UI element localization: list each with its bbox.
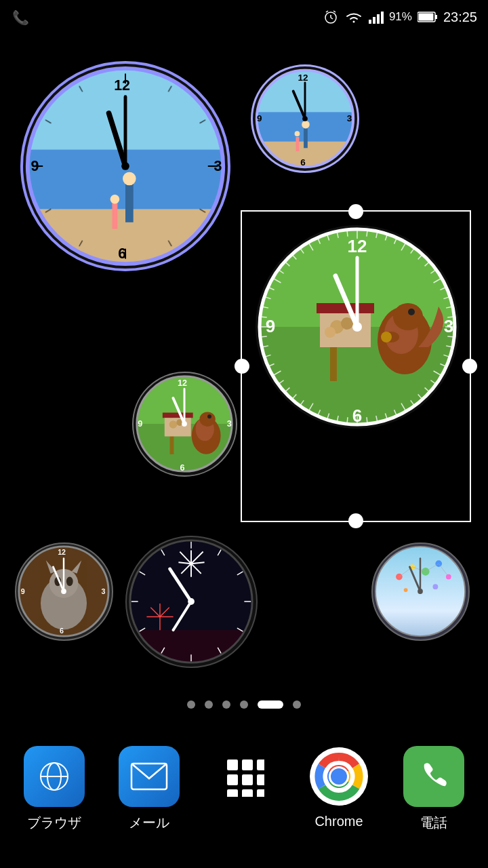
time: 23:25 bbox=[443, 9, 477, 25]
clock-colorful[interactable] bbox=[371, 542, 470, 641]
svg-point-211 bbox=[188, 598, 195, 605]
page-indicators bbox=[0, 701, 488, 709]
page-dot-1[interactable] bbox=[187, 701, 195, 709]
clock-fireworks[interactable] bbox=[125, 536, 258, 668]
alarm-icon bbox=[323, 9, 339, 25]
mail-icon[interactable] bbox=[119, 746, 180, 807]
browser-label: ブラウザ bbox=[27, 814, 81, 832]
svg-text:9: 9 bbox=[257, 113, 262, 123]
apps-icon[interactable] bbox=[214, 746, 274, 807]
svg-text:12: 12 bbox=[348, 236, 367, 256]
clock-squirrel-small-face: 12 3 6 9 bbox=[134, 373, 236, 475]
svg-text:6: 6 bbox=[180, 463, 185, 473]
svg-point-149 bbox=[169, 420, 178, 429]
svg-rect-237 bbox=[242, 774, 253, 785]
svg-text:12: 12 bbox=[114, 77, 130, 94]
clock-beach-large[interactable]: 12 3 6 9 bbox=[20, 61, 230, 271]
signal-icon bbox=[369, 10, 384, 24]
status-left-icons: 📞 bbox=[11, 7, 30, 26]
svg-text:9: 9 bbox=[21, 587, 25, 595]
svg-point-51 bbox=[295, 131, 300, 136]
clock-squirrel-large[interactable]: 12 3 6 9 bbox=[256, 225, 459, 429]
svg-rect-239 bbox=[227, 789, 238, 797]
svg-point-170 bbox=[66, 577, 73, 587]
page-dot-6[interactable] bbox=[293, 701, 301, 709]
svg-point-228 bbox=[418, 589, 423, 594]
svg-text:9: 9 bbox=[266, 316, 275, 336]
page-dot-5-active[interactable] bbox=[258, 701, 283, 709]
svg-point-49 bbox=[302, 121, 310, 129]
status-bar: 📞 91% 23:25 bbox=[0, 0, 488, 34]
svg-rect-19 bbox=[113, 203, 118, 229]
svg-point-74 bbox=[381, 332, 392, 342]
phone-icon[interactable] bbox=[403, 746, 464, 807]
svg-point-18 bbox=[123, 172, 136, 185]
phone-label: 電話 bbox=[420, 814, 447, 832]
svg-point-71 bbox=[393, 303, 423, 330]
dock-item-apps[interactable] bbox=[203, 746, 285, 814]
svg-text:6: 6 bbox=[300, 157, 306, 167]
svg-point-153 bbox=[199, 412, 215, 426]
clock-cat[interactable]: 12 3 6 9 bbox=[15, 542, 113, 641]
svg-rect-6 bbox=[369, 20, 371, 24]
resize-handle-left[interactable] bbox=[235, 359, 249, 374]
svg-point-72 bbox=[408, 309, 415, 315]
resize-handle-bottom[interactable] bbox=[348, 513, 363, 528]
svg-rect-50 bbox=[296, 137, 300, 151]
clock-squirrel-large-face: 12 3 6 9 bbox=[256, 225, 459, 429]
svg-rect-17 bbox=[125, 182, 134, 222]
svg-point-249 bbox=[331, 768, 347, 785]
chrome-icon[interactable] bbox=[308, 746, 369, 807]
svg-line-92 bbox=[447, 336, 453, 337]
svg-rect-48 bbox=[304, 128, 308, 148]
svg-text:3: 3 bbox=[101, 587, 105, 595]
svg-point-218 bbox=[446, 574, 451, 580]
dock-item-chrome[interactable]: Chrome bbox=[298, 746, 380, 829]
clock-colorful-face bbox=[373, 544, 468, 639]
clock-beach-small[interactable]: 12 3 6 9 bbox=[251, 64, 359, 173]
svg-point-220 bbox=[432, 584, 438, 589]
svg-line-105 bbox=[367, 417, 367, 422]
page-dot-4[interactable] bbox=[240, 701, 248, 709]
svg-text:📞: 📞 bbox=[12, 9, 29, 26]
status-right-icons: 91% 23:25 bbox=[323, 9, 477, 25]
svg-text:6: 6 bbox=[352, 406, 362, 426]
svg-line-5 bbox=[333, 11, 336, 12]
dock-item-browser[interactable]: ブラウザ bbox=[14, 746, 95, 832]
svg-line-3 bbox=[331, 18, 333, 19]
dock: ブラウザ メール bbox=[0, 732, 488, 868]
clock-squirrel-small[interactable]: 12 3 6 9 bbox=[132, 372, 237, 477]
dock-item-phone[interactable]: 電話 bbox=[393, 746, 474, 832]
svg-rect-11 bbox=[435, 15, 437, 19]
svg-rect-240 bbox=[242, 789, 253, 797]
svg-text:6: 6 bbox=[60, 627, 64, 635]
battery-icon bbox=[418, 11, 438, 23]
svg-text:12: 12 bbox=[298, 73, 308, 83]
svg-line-120 bbox=[262, 336, 267, 337]
dock-item-mail[interactable]: メール bbox=[108, 746, 190, 832]
svg-point-59 bbox=[302, 116, 308, 121]
svg-rect-241 bbox=[257, 789, 264, 797]
page-dot-2[interactable] bbox=[205, 701, 213, 709]
svg-text:12: 12 bbox=[178, 378, 187, 388]
svg-point-20 bbox=[110, 195, 120, 204]
svg-point-219 bbox=[404, 588, 408, 592]
svg-rect-235 bbox=[257, 760, 264, 770]
svg-point-154 bbox=[207, 414, 211, 418]
svg-point-68 bbox=[325, 327, 336, 338]
resize-handle-right[interactable] bbox=[462, 359, 477, 374]
svg-rect-234 bbox=[242, 760, 253, 770]
svg-rect-236 bbox=[227, 774, 238, 785]
page-dot-3[interactable] bbox=[222, 701, 230, 709]
svg-text:12: 12 bbox=[58, 548, 66, 556]
svg-point-43 bbox=[121, 162, 129, 170]
clock-fireworks-face bbox=[127, 537, 256, 667]
browser-icon[interactable] bbox=[24, 746, 85, 807]
mail-label: メール bbox=[129, 814, 169, 832]
resize-handle-top[interactable] bbox=[348, 204, 363, 219]
clock-squirrel-selected-container[interactable]: 12 3 6 9 bbox=[241, 210, 471, 522]
svg-point-162 bbox=[182, 421, 187, 427]
svg-text:3: 3 bbox=[444, 316, 453, 336]
clock-beach-small-face: 12 3 6 9 bbox=[253, 66, 357, 171]
svg-line-107 bbox=[347, 417, 348, 422]
